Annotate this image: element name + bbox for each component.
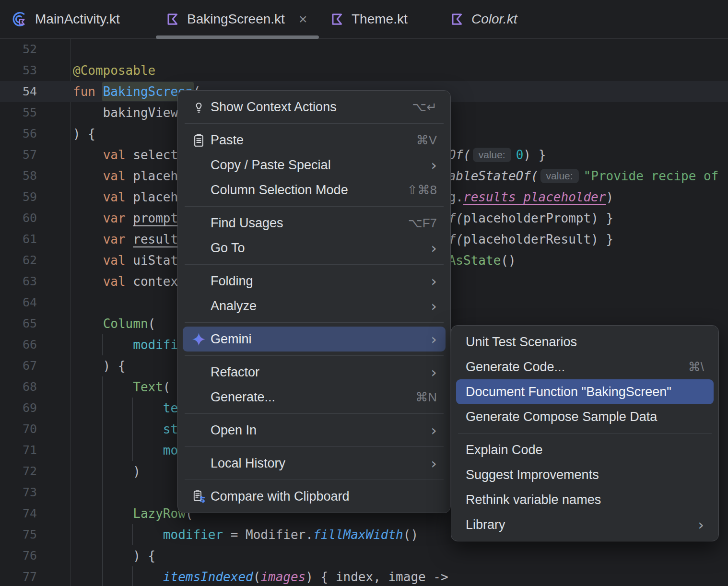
line-number[interactable]: 58 <box>0 165 37 187</box>
code-token: Text <box>133 380 163 394</box>
line-number[interactable]: 68 <box>0 376 37 398</box>
menu-item-generate[interactable]: Generate...⌘N <box>183 385 446 410</box>
code-token <box>73 527 163 542</box>
menu-separator <box>185 206 444 207</box>
line-number[interactable]: 77 <box>0 566 37 586</box>
menu-item-suggest-improvements[interactable]: Suggest Improvements <box>456 462 714 487</box>
menu-item-gemini[interactable]: Gemini› <box>183 327 446 352</box>
line-number[interactable]: 55 <box>0 102 37 123</box>
menu-item-label: Document Function "BakingScreen" <box>466 385 704 399</box>
tab-label: Theme.kt <box>352 12 408 27</box>
menu-item-refactor[interactable]: Refactor› <box>183 360 446 385</box>
line-number[interactable]: 66 <box>0 334 37 355</box>
code-token: ) { <box>73 359 126 373</box>
line-number[interactable]: 52 <box>0 39 37 60</box>
code-line: 77 itemsIndexed(images) { index, image -… <box>0 566 728 586</box>
code-token <box>73 443 163 457</box>
chevron-right-icon: › <box>431 158 437 173</box>
menu-item-go-to[interactable]: Go To› <box>183 235 446 260</box>
menu-item-document-function-bakingscreen[interactable]: Document Function "BakingScreen" <box>456 379 714 404</box>
tab-mainactivity-kt[interactable]: MainActivity.kt <box>11 0 120 38</box>
line-number[interactable]: 67 <box>0 355 37 376</box>
menu-item-local-history[interactable]: Local History› <box>183 451 446 476</box>
menu-item-label: Rethink variable names <box>466 492 704 507</box>
menu-item-label: Gemini <box>211 332 418 347</box>
code-token: @Composable <box>73 63 155 78</box>
menu-item-label: Copy / Paste Special <box>211 158 418 173</box>
close-tab-icon[interactable]: × <box>299 12 307 26</box>
line-number[interactable]: 61 <box>0 229 37 250</box>
line-number[interactable]: 60 <box>0 208 37 229</box>
menu-shortcut: ⇧⌘8 <box>407 183 437 198</box>
code-token: ) } <box>591 232 613 246</box>
line-number[interactable]: 64 <box>0 292 37 313</box>
line-number[interactable]: 75 <box>0 524 37 545</box>
menu-item-rethink-variable-names[interactable]: Rethink variable names <box>456 487 714 512</box>
line-number[interactable]: 57 <box>0 144 37 165</box>
line-number[interactable]: 76 <box>0 545 37 566</box>
line-number[interactable]: 70 <box>0 419 37 440</box>
menu-item-show-context-actions[interactable]: Show Context Actions⌥↵ <box>183 94 446 119</box>
menu-separator <box>185 446 444 447</box>
menu-item-paste[interactable]: Paste⌘V <box>183 128 446 152</box>
line-number[interactable]: 65 <box>0 313 37 334</box>
line-number[interactable]: 62 <box>0 250 37 271</box>
line-number[interactable]: 72 <box>0 461 37 482</box>
tab-theme-kt[interactable]: Theme.kt <box>330 0 408 38</box>
menu-item-label: Analyze <box>211 299 418 314</box>
code-token: "Provide recipe of <box>584 169 726 183</box>
menu-item-compare-with-clipboard[interactable]: Compare with Clipboard <box>183 484 446 509</box>
menu-item-label: Folding <box>211 274 418 289</box>
line-number[interactable]: 56 <box>0 123 37 144</box>
code-text: LazyRow( <box>73 503 193 524</box>
code-token: ) { <box>73 549 155 563</box>
line-number[interactable]: 74 <box>0 503 37 524</box>
menu-item-folding[interactable]: Folding› <box>183 269 446 293</box>
menu-item-unit-test-scenarios[interactable]: Unit Test Scenarios <box>456 329 714 354</box>
code-token <box>73 401 163 415</box>
indent-guide <box>132 524 133 545</box>
menu-item-generate-code[interactable]: Generate Code...⌘\ <box>456 354 714 379</box>
inlay-hint-value: value: <box>540 169 579 183</box>
code-token: ( <box>253 570 261 584</box>
menu-item-analyze[interactable]: Analyze› <box>183 293 446 318</box>
menu-item-column-selection-mode[interactable]: Column Selection Mode⇧⌘8 <box>183 177 446 202</box>
line-number[interactable]: 53 <box>0 60 37 81</box>
menu-item-generate-compose-sample-data[interactable]: Generate Compose Sample Data <box>456 404 714 429</box>
code-line: 52 <box>0 39 728 60</box>
line-number[interactable]: 69 <box>0 398 37 419</box>
code-token: 0 <box>516 148 524 162</box>
code-token: ) { <box>73 127 95 141</box>
code-token <box>73 506 133 521</box>
menu-shortcut: ⌘\ <box>688 360 704 375</box>
code-token: Column <box>103 316 148 331</box>
code-token: ( <box>148 316 156 331</box>
code-token <box>73 190 103 204</box>
menu-item-open-in[interactable]: Open In› <box>183 418 446 443</box>
line-number[interactable]: 63 <box>0 271 37 292</box>
activity-kotlin-icon <box>11 11 28 28</box>
line-number[interactable]: 54 <box>0 81 37 102</box>
menu-item-label: Show Context Actions <box>211 100 399 115</box>
code-token <box>73 253 103 268</box>
tab-bakingscreen-kt[interactable]: BakingScreen.kt× <box>165 0 307 38</box>
line-number[interactable]: 59 <box>0 187 37 208</box>
menu-item-copy-paste-special[interactable]: Copy / Paste Special› <box>183 152 446 177</box>
code-token <box>73 274 103 289</box>
menu-item-find-usages[interactable]: Find Usages⌥F7 <box>183 211 446 235</box>
gemini-submenu: Unit Test ScenariosGenerate Code...⌘\Doc… <box>451 325 719 541</box>
indent-guide <box>132 566 133 586</box>
menu-item-library[interactable]: Library› <box>456 512 714 537</box>
code-text: itemsIndexed(images) { index, image -> <box>73 566 448 586</box>
code-token: result <box>133 232 178 246</box>
menu-item-explain-code[interactable]: Explain Code <box>456 437 714 462</box>
tab-color-kt[interactable]: Color.kt <box>450 0 517 38</box>
line-number[interactable]: 73 <box>0 482 37 503</box>
code-token: ) } <box>523 148 546 162</box>
code-token: results_placeholder <box>463 190 606 204</box>
code-line: 76 ) { <box>0 545 728 566</box>
chevron-right-icon: › <box>431 423 437 438</box>
line-number[interactable]: 71 <box>0 440 37 461</box>
kotlin-file-icon <box>450 12 464 26</box>
code-line: 53@Composable <box>0 60 728 81</box>
